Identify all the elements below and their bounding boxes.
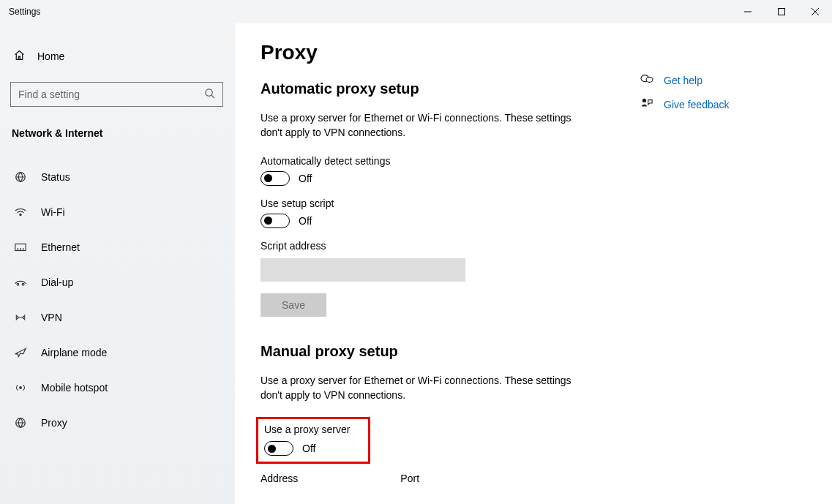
- svg-line-5: [211, 95, 214, 98]
- feedback-icon: [640, 97, 653, 111]
- sidebar-item-wifi[interactable]: Wi-Fi: [10, 195, 223, 230]
- svg-point-19: [646, 77, 653, 82]
- airplane-icon: [13, 346, 28, 359]
- address-label: Address: [261, 473, 298, 484]
- svg-point-16: [20, 387, 22, 389]
- use-proxy-toggle[interactable]: [264, 441, 293, 456]
- minimize-button[interactable]: [731, 0, 765, 23]
- sidebar: Home Network & Internet Status Wi-Fi: [0, 23, 234, 504]
- titlebar: Settings: [0, 0, 832, 23]
- right-links: Get help Give feedback: [640, 73, 730, 111]
- search-icon: [204, 88, 215, 101]
- use-proxy-label: Use a proxy server: [264, 424, 362, 435]
- main-content: Proxy Automatic proxy setup Use a proxy …: [234, 23, 832, 504]
- sidebar-item-status[interactable]: Status: [10, 159, 223, 195]
- status-icon: [13, 170, 28, 184]
- get-help-link[interactable]: Get help: [664, 75, 702, 86]
- svg-rect-1: [779, 9, 785, 15]
- auto-detect-state: Off: [299, 173, 312, 184]
- sidebar-item-label: Mobile hotspot: [41, 382, 108, 394]
- sidebar-item-label: Dial-up: [41, 277, 73, 288]
- sidebar-item-label: Proxy: [41, 417, 67, 429]
- sidebar-item-ethernet[interactable]: Ethernet: [10, 230, 223, 265]
- svg-point-13: [22, 283, 24, 285]
- sidebar-nav: Status Wi-Fi Ethernet Dial-up VPN: [10, 159, 223, 440]
- search-input[interactable]: [18, 89, 204, 100]
- manual-section-title: Manual proxy setup: [261, 343, 806, 360]
- svg-point-14: [16, 317, 18, 319]
- auto-detect-label: Automatically detect settings: [261, 155, 806, 167]
- wifi-icon: [13, 207, 28, 217]
- save-button[interactable]: Save: [261, 293, 326, 317]
- window-controls: [731, 0, 832, 23]
- sidebar-item-dialup[interactable]: Dial-up: [10, 265, 223, 300]
- home-label: Home: [37, 50, 64, 62]
- sidebar-item-label: VPN: [41, 312, 62, 323]
- sidebar-item-label: Status: [41, 171, 70, 183]
- svg-point-15: [23, 317, 25, 319]
- manual-section-desc: Use a proxy server for Ethernet or Wi-Fi…: [261, 373, 575, 403]
- sidebar-item-hotspot[interactable]: Mobile hotspot: [10, 370, 223, 405]
- sidebar-item-vpn[interactable]: VPN: [10, 300, 223, 335]
- app-title: Settings: [9, 7, 40, 17]
- close-button[interactable]: [798, 0, 832, 23]
- sidebar-category: Network & Internet: [10, 127, 223, 139]
- port-label: Port: [400, 473, 419, 484]
- setup-script-label: Use setup script: [261, 198, 806, 209]
- search-box[interactable]: [10, 82, 223, 107]
- setup-script-toggle[interactable]: [261, 214, 290, 228]
- dialup-icon: [13, 278, 28, 287]
- page-title: Proxy: [261, 41, 806, 64]
- setup-script-state: Off: [299, 215, 312, 227]
- auto-section-desc: Use a proxy server for Ethernet or Wi-Fi…: [261, 110, 575, 140]
- script-address-label: Script address: [261, 240, 806, 252]
- svg-point-7: [20, 214, 21, 215]
- maximize-button[interactable]: [765, 0, 798, 23]
- svg-point-20: [642, 99, 646, 102]
- sidebar-item-airplane[interactable]: Airplane mode: [10, 335, 223, 370]
- sidebar-item-label: Ethernet: [41, 241, 80, 253]
- sidebar-home[interactable]: Home: [10, 41, 223, 72]
- highlight-annotation: Use a proxy server Off: [256, 417, 370, 464]
- divider: [234, 23, 235, 504]
- sidebar-item-proxy[interactable]: Proxy: [10, 405, 223, 440]
- auto-detect-toggle[interactable]: [261, 171, 290, 186]
- hotspot-icon: [13, 382, 28, 394]
- give-feedback-link[interactable]: Give feedback: [664, 99, 730, 110]
- use-proxy-state: Off: [302, 443, 315, 454]
- sidebar-item-label: Wi-Fi: [41, 206, 65, 218]
- svg-point-4: [206, 89, 212, 96]
- home-icon: [13, 49, 26, 64]
- proxy-icon: [13, 416, 28, 429]
- help-icon: [640, 73, 653, 87]
- ethernet-icon: [13, 242, 28, 252]
- svg-point-12: [17, 283, 19, 285]
- script-address-input[interactable]: [261, 258, 465, 282]
- sidebar-item-label: Airplane mode: [41, 347, 107, 358]
- vpn-icon: [13, 312, 28, 323]
